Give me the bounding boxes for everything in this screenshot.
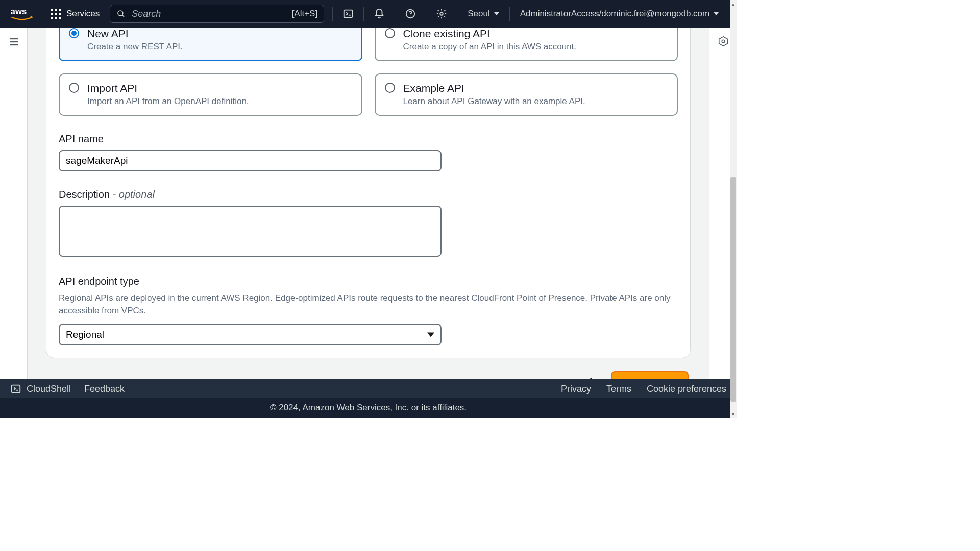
account-menu[interactable]: AdministratorAccess/dominic.frei@mongodb… — [513, 6, 726, 22]
services-label: Services — [66, 9, 100, 19]
aws-logo[interactable]: aws — [5, 7, 39, 21]
field-endpoint-type: API endpoint type Regional APIs are depl… — [59, 276, 678, 345]
app-shell: New API Create a new REST API. Clone exi… — [0, 28, 737, 379]
search-shortcut-hint: [Alt+S] — [292, 9, 318, 19]
svg-text:aws: aws — [11, 7, 27, 16]
cancel-button[interactable]: Cancel — [553, 372, 599, 379]
choice-import-api[interactable]: Import API Import an API from an OpenAPI… — [59, 73, 362, 116]
caret-down-icon — [494, 12, 499, 15]
endpoint-type-label: API endpoint type — [59, 276, 678, 287]
caret-down-icon — [714, 12, 719, 15]
choice-desc: Import an API from an OpenAPI definition… — [87, 96, 249, 107]
footer: CloudShell Feedback Privacy Terms Cookie… — [0, 379, 737, 418]
description-label: Description — [59, 189, 110, 200]
scroll-down-icon[interactable]: ▼ — [730, 410, 737, 418]
main-content: New API Create a new REST API. Clone exi… — [28, 28, 709, 379]
choice-desc: Create a copy of an API in this AWS acco… — [403, 42, 577, 52]
cloudshell-label: CloudShell — [27, 384, 71, 394]
svg-point-7 — [440, 12, 443, 15]
choice-new-api[interactable]: New API Create a new REST API. — [59, 28, 362, 61]
create-api-button[interactable]: Create API — [611, 371, 689, 379]
choice-clone-api[interactable]: Clone existing API Create a copy of an A… — [375, 28, 678, 61]
description-textarea[interactable] — [59, 206, 442, 257]
top-nav: aws Services [Alt+S] Seoul Administra — [0, 0, 737, 28]
vertical-scrollbar[interactable]: ▲ ▼ — [730, 0, 737, 418]
footer-links: Privacy Terms Cookie preferences — [561, 384, 726, 394]
region-selector[interactable]: Seoul — [460, 6, 506, 22]
side-nav-toggle[interactable] — [8, 36, 20, 49]
help-panel-toggle[interactable] — [718, 36, 729, 48]
api-source-choices: New API Create a new REST API. Clone exi… — [59, 28, 678, 116]
field-description: Description - optional — [59, 189, 678, 258]
settings-icon[interactable] — [429, 4, 454, 24]
search-icon — [116, 9, 126, 18]
optional-hint: - optional — [110, 189, 155, 200]
search-input[interactable] — [131, 8, 286, 20]
endpoint-type-select[interactable]: Regional — [59, 324, 442, 345]
left-rail — [0, 28, 28, 379]
radio-icon — [69, 28, 79, 38]
cloudshell-icon[interactable] — [336, 4, 360, 24]
services-menu[interactable]: Services — [45, 7, 105, 21]
copyright: © 2024, Amazon Web Services, Inc. or its… — [0, 398, 737, 418]
endpoint-type-help: Regional APIs are deployed in the curren… — [59, 292, 678, 317]
choice-title: Clone existing API — [403, 28, 577, 40]
svg-marker-11 — [719, 37, 727, 46]
help-icon[interactable] — [398, 4, 423, 24]
notifications-icon[interactable] — [367, 4, 391, 24]
create-api-card: New API Create a new REST API. Clone exi… — [46, 28, 691, 358]
cloudshell-link[interactable]: CloudShell — [10, 383, 71, 394]
choice-title: New API — [87, 28, 183, 40]
api-name-label: API name — [59, 133, 678, 145]
choice-example-api[interactable]: Example API Learn about API Gateway with… — [375, 73, 678, 116]
radio-icon — [69, 83, 79, 93]
form-actions: Cancel Create API — [46, 371, 691, 379]
svg-line-2 — [122, 15, 125, 17]
services-grid-icon — [51, 9, 61, 19]
choice-desc: Create a new REST API. — [87, 42, 183, 52]
feedback-link[interactable]: Feedback — [84, 384, 125, 394]
radio-icon — [385, 28, 395, 38]
api-name-input[interactable] — [59, 150, 442, 171]
choice-title: Import API — [87, 82, 249, 94]
svg-point-12 — [722, 40, 725, 43]
scroll-up-icon[interactable]: ▲ — [730, 0, 737, 8]
svg-point-6 — [410, 16, 410, 16]
radio-icon — [385, 83, 395, 93]
terms-link[interactable]: Terms — [606, 384, 631, 394]
scroll-thumb[interactable] — [730, 177, 736, 402]
field-api-name: API name — [59, 133, 678, 171]
svg-point-1 — [118, 11, 123, 16]
global-search[interactable]: [Alt+S] — [110, 5, 324, 23]
privacy-link[interactable]: Privacy — [561, 384, 591, 394]
choice-title: Example API — [403, 82, 585, 94]
account-label: AdministratorAccess/dominic.frei@mongodb… — [520, 9, 710, 19]
cookie-preferences-link[interactable]: Cookie preferences — [647, 384, 726, 394]
choice-desc: Learn about API Gateway with an example … — [403, 96, 585, 107]
region-label: Seoul — [468, 9, 489, 19]
